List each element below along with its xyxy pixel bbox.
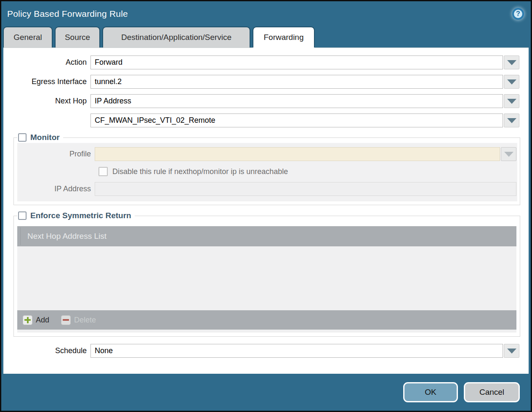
egress-interface-row: Egress Interface	[3, 75, 519, 89]
monitor-legend: Monitor	[17, 133, 63, 142]
profile-label: Profile	[17, 150, 95, 158]
delete-button-label: Delete	[74, 316, 96, 325]
chevron-down-icon	[507, 60, 516, 65]
cancel-button[interactable]: Cancel	[464, 382, 520, 402]
next-hop-address-list-header: Next Hop Address List	[17, 226, 516, 246]
chevron-down-icon	[507, 118, 516, 123]
add-button[interactable]: Add	[23, 315, 49, 325]
titlebar: Policy Based Forwarding Rule ?	[1, 1, 531, 26]
policy-based-forwarding-dialog: Policy Based Forwarding Rule ? General S…	[0, 0, 532, 412]
profile-combo	[95, 147, 516, 161]
enforce-symmetric-return-group: Enforce Symmetric Return Next Hop Addres…	[13, 211, 520, 337]
egress-interface-input[interactable]	[90, 75, 503, 89]
tab-forwarding[interactable]: Forwarding	[253, 26, 315, 48]
monitor-group: Monitor Profile Disable this rule if nex…	[13, 133, 520, 205]
schedule-combo	[90, 344, 519, 358]
next-hop-combo	[90, 94, 519, 108]
next-hop-address-list-table: Next Hop Address List Add Delete	[17, 226, 516, 333]
next-hop-address-row	[3, 114, 519, 127]
next-hop-label: Next Hop	[3, 97, 90, 106]
next-hop-address-combo	[90, 114, 519, 127]
schedule-label: Schedule	[3, 346, 90, 355]
tab-source[interactable]: Source	[55, 26, 100, 48]
monitor-ip-row: IP Address	[17, 182, 516, 196]
delete-button[interactable]: Delete	[61, 315, 96, 325]
action-combo	[90, 55, 519, 69]
minus-icon	[61, 315, 71, 325]
disable-rule-row: Disable this rule if nexthop/monitor ip …	[98, 167, 516, 176]
enforce-symmetric-return-legend-label: Enforce Symmetric Return	[30, 211, 131, 220]
next-hop-address-list-body[interactable]	[17, 246, 516, 310]
monitor-checkbox[interactable]	[18, 133, 27, 142]
tab-destination-application-service[interactable]: Destination/Application/Service	[102, 26, 250, 48]
plus-icon	[23, 315, 32, 325]
egress-interface-dropdown-button[interactable]	[504, 75, 519, 89]
schedule-input[interactable]	[90, 344, 503, 358]
chevron-down-icon	[507, 79, 516, 85]
tab-bar: General Source Destination/Application/S…	[1, 26, 531, 48]
enforce-symmetric-return-checkbox[interactable]	[18, 211, 27, 220]
action-input[interactable]	[90, 55, 503, 69]
add-button-label: Add	[36, 316, 49, 325]
chevron-down-icon	[507, 349, 516, 354]
dialog-footer: OK Cancel	[1, 374, 531, 411]
action-dropdown-button[interactable]	[504, 55, 519, 69]
monitor-ip-combo	[95, 182, 516, 196]
egress-interface-combo	[90, 75, 519, 89]
disable-rule-checkbox[interactable]	[98, 167, 108, 176]
schedule-row: Schedule	[3, 344, 519, 358]
help-icon[interactable]: ?	[512, 8, 524, 20]
next-hop-type-input[interactable]	[90, 94, 503, 108]
profile-input	[95, 147, 500, 161]
egress-interface-label: Egress Interface	[3, 77, 90, 86]
chevron-down-icon	[504, 152, 513, 157]
monitor-panel: Profile Disable this rule if nexthop/mon…	[17, 143, 517, 201]
forwarding-tab-panel: Action Egress Interface Next Hop	[3, 48, 529, 374]
chevron-down-icon	[507, 99, 516, 104]
action-row: Action	[3, 55, 519, 69]
monitor-ip-input	[95, 182, 516, 196]
tab-general[interactable]: General	[3, 26, 53, 48]
dialog-title: Policy Based Forwarding Rule	[7, 9, 128, 19]
next-hop-address-input[interactable]	[90, 114, 503, 127]
next-hop-row: Next Hop	[3, 94, 519, 108]
next-hop-dropdown-button[interactable]	[504, 94, 519, 108]
ok-button[interactable]: OK	[403, 382, 458, 402]
profile-row: Profile	[17, 147, 516, 161]
enforce-symmetric-return-legend: Enforce Symmetric Return	[17, 211, 135, 220]
schedule-dropdown-button[interactable]	[504, 344, 519, 358]
monitor-legend-label: Monitor	[30, 133, 60, 142]
disable-rule-label: Disable this rule if nexthop/monitor ip …	[112, 167, 288, 176]
monitor-ip-label: IP Address	[17, 185, 95, 193]
profile-dropdown-button	[501, 147, 516, 161]
action-label: Action	[3, 58, 90, 67]
next-hop-address-list-toolbar: Add Delete	[17, 310, 516, 330]
next-hop-address-dropdown-button[interactable]	[504, 114, 519, 127]
